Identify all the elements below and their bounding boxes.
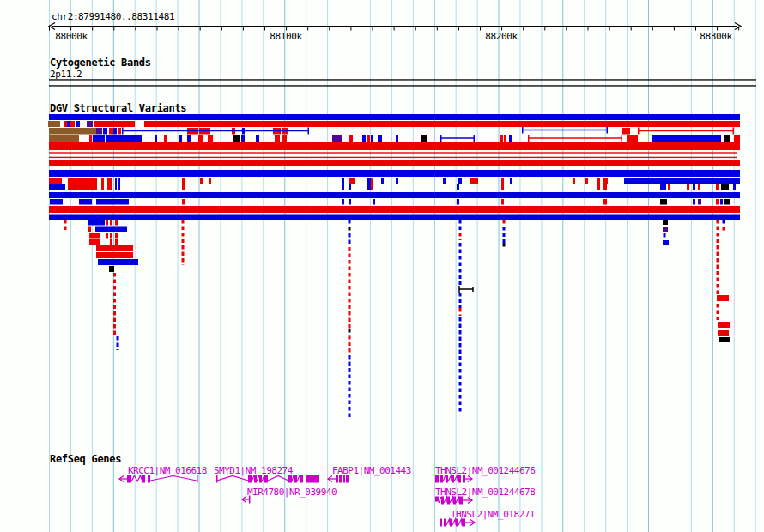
variant-segment[interactable] — [76, 121, 80, 127]
variant-segment[interactable] — [373, 199, 375, 205]
variant-segment[interactable] — [96, 199, 129, 205]
variant-segment[interactable] — [367, 184, 371, 190]
variant-segment[interactable] — [155, 135, 157, 142]
gene-exon[interactable] — [458, 475, 461, 483]
variant-block[interactable] — [718, 322, 730, 328]
gene-exon[interactable] — [446, 475, 448, 483]
variant-block[interactable] — [663, 220, 668, 225]
variant-segment[interactable] — [660, 199, 667, 205]
variant-segment[interactable] — [282, 135, 287, 142]
variant-segment[interactable] — [624, 178, 740, 184]
variant-segment[interactable] — [79, 199, 92, 205]
variant-segment[interactable] — [509, 135, 512, 142]
variant-segment[interactable] — [332, 135, 342, 142]
variant-segment[interactable] — [109, 128, 113, 135]
variant-segment[interactable] — [101, 184, 104, 190]
variant-segment[interactable] — [208, 135, 213, 142]
variant-segment[interactable] — [716, 184, 719, 190]
variant-segment[interactable] — [371, 178, 373, 184]
variant-segment[interactable] — [698, 184, 700, 190]
variant-segment[interactable] — [660, 184, 666, 190]
gene-exon[interactable] — [452, 475, 454, 483]
variant-bar[interactable] — [49, 206, 740, 213]
variant-segment[interactable] — [48, 121, 60, 127]
variant-segment[interactable] — [200, 178, 203, 184]
variant-block[interactable] — [115, 239, 118, 245]
variant-segment[interactable] — [367, 135, 370, 142]
variant-segment[interactable] — [342, 199, 344, 205]
gene-exon[interactable] — [306, 475, 319, 483]
variant-segment[interactable] — [233, 135, 240, 142]
variant-block[interactable] — [110, 239, 112, 245]
variant-bar[interactable] — [49, 192, 740, 198]
variant-block[interactable] — [96, 245, 133, 251]
variant-segment[interactable] — [241, 135, 245, 142]
variant-segment[interactable] — [457, 199, 459, 205]
gene-exon[interactable] — [336, 475, 338, 483]
variant-segment[interactable] — [687, 184, 689, 190]
gene-exon[interactable] — [463, 475, 465, 483]
variant-segment[interactable] — [118, 184, 120, 190]
variant-block[interactable] — [96, 252, 133, 258]
variant-segment[interactable] — [106, 135, 142, 142]
variant-segment[interactable] — [115, 184, 117, 190]
variant-segment[interactable] — [115, 178, 117, 184]
variant-segment[interactable] — [501, 199, 504, 205]
variant-bar[interactable] — [49, 215, 740, 221]
variant-segment[interactable] — [209, 178, 211, 184]
variant-segment[interactable] — [349, 135, 353, 142]
variant-segment[interactable] — [381, 178, 384, 184]
variant-bar[interactable] — [49, 114, 740, 120]
variant-segment[interactable] — [144, 121, 740, 127]
variant-segment[interactable] — [87, 121, 93, 127]
gene-exon[interactable] — [294, 475, 297, 483]
variant-segment[interactable] — [716, 199, 719, 205]
variant-block[interactable] — [115, 220, 118, 226]
gene-exon[interactable] — [440, 519, 442, 527]
variant-segment[interactable] — [603, 178, 608, 184]
variant-segment[interactable] — [585, 178, 588, 184]
variant-segment[interactable] — [500, 135, 503, 142]
variant-segment[interactable] — [164, 135, 167, 142]
variant-segment[interactable] — [349, 184, 351, 190]
variant-segment[interactable] — [49, 135, 79, 142]
variant-block[interactable] — [109, 266, 114, 272]
variant-segment[interactable] — [187, 135, 191, 142]
variant-segment[interactable] — [693, 184, 695, 190]
variant-block[interactable] — [663, 227, 668, 232]
variant-bar[interactable] — [49, 170, 740, 177]
variant-block[interactable] — [89, 239, 100, 245]
variant-segment[interactable] — [179, 135, 182, 142]
gene-exon[interactable] — [343, 475, 345, 483]
variant-segment[interactable] — [724, 135, 730, 142]
variant-bar[interactable] — [49, 160, 740, 166]
variant-segment[interactable] — [396, 178, 398, 184]
variant-segment[interactable] — [597, 184, 600, 190]
variant-segment[interactable] — [603, 184, 607, 190]
variant-block[interactable] — [89, 233, 100, 239]
variant-segment[interactable] — [70, 121, 75, 127]
variant-thin-line[interactable] — [49, 152, 737, 153]
variant-segment[interactable] — [118, 178, 120, 184]
variant-segment[interactable] — [720, 199, 723, 205]
variant-segment[interactable] — [457, 184, 459, 190]
variant-block[interactable] — [719, 337, 730, 342]
variant-segment[interactable] — [603, 199, 607, 205]
variant-segment[interactable] — [693, 199, 695, 205]
variant-block[interactable] — [110, 233, 112, 239]
variant-segment[interactable] — [734, 135, 740, 142]
variant-segment[interactable] — [182, 178, 185, 184]
variant-segment[interactable] — [652, 135, 721, 142]
variant-segment[interactable] — [89, 135, 92, 142]
variant-segment[interactable] — [501, 184, 504, 190]
variant-segment[interactable] — [421, 135, 427, 142]
variant-segment[interactable] — [668, 184, 670, 190]
variant-segment[interactable] — [342, 178, 344, 184]
variant-block[interactable] — [95, 227, 127, 233]
variant-block[interactable] — [663, 240, 669, 245]
variant-segment[interactable] — [501, 178, 504, 184]
variant-segment[interactable] — [182, 184, 185, 190]
variant-segment[interactable] — [378, 135, 382, 142]
variant-segment[interactable] — [622, 128, 630, 135]
variant-segment[interactable] — [49, 178, 62, 184]
